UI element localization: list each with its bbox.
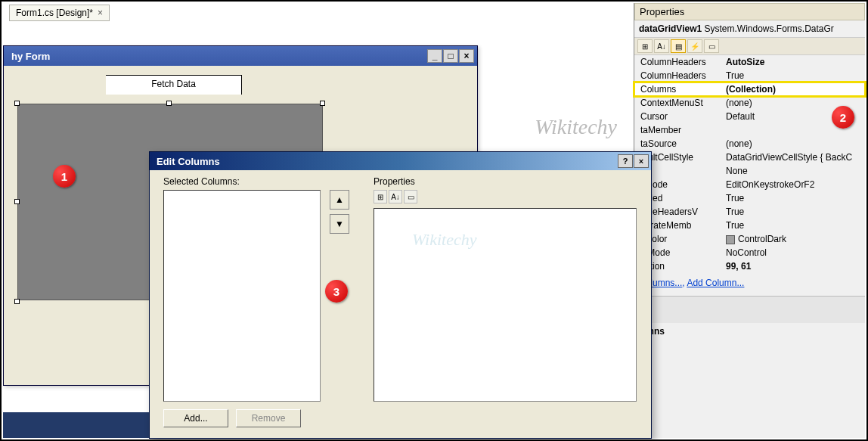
property-row-Location[interactable]: cation99, 61 [634, 259, 865, 273]
property-value[interactable]: True [721, 69, 865, 82]
property-row-DataMember[interactable]: taMember [634, 123, 865, 137]
dialog-title: Edit Columns [152, 156, 220, 167]
maximize-button[interactable]: □ [443, 49, 458, 63]
resize-handle[interactable] [166, 101, 172, 106]
properties-links: Columns..., Add Column... [634, 273, 865, 293]
property-grid[interactable]: ColumnHeadersAutoSizeColumnHeadersTrueCo… [634, 55, 865, 273]
color-swatch-icon [726, 235, 735, 244]
file-tab-label: Form1.cs [Design]* [16, 8, 93, 18]
property-value[interactable]: (none) [721, 137, 865, 151]
properties-panel: Properties dataGridView1 System.Windows.… [634, 3, 865, 438]
properties-toolbar: ⊞ A↓ ▤ ⚡ ▭ [634, 37, 865, 55]
callout-badge-3: 3 [325, 280, 348, 303]
resize-handle[interactable] [14, 101, 20, 106]
close-button[interactable]: × [459, 49, 474, 63]
alpha-sort-icon[interactable]: A↓ [654, 39, 669, 53]
property-value[interactable]: ControlDark [721, 232, 865, 246]
close-icon[interactable]: × [98, 8, 103, 18]
close-button[interactable]: × [634, 154, 649, 168]
dialog-titlebar[interactable]: Edit Columns ? × [150, 152, 651, 170]
properties-label: Properties [374, 176, 415, 187]
property-row-EditMode[interactable]: itModeEditOnKeystrokeOrF2 [634, 178, 865, 191]
property-row-EnableHeadersVisualStyles[interactable]: ableHeadersVTrue [634, 205, 865, 219]
property-value[interactable]: True [721, 191, 865, 205]
property-row-Cursor[interactable]: CursorDefault [634, 110, 865, 123]
property-row-Columns[interactable]: Columns(Collection) [634, 82, 865, 96]
property-value[interactable]: NoControl [721, 246, 865, 259]
help-button[interactable]: ? [618, 154, 633, 168]
property-row-Enabled[interactable]: abledTrue [634, 191, 865, 205]
property-value[interactable]: True [721, 205, 865, 219]
properties-title: Properties [634, 3, 865, 20]
selected-object-name: dataGridView1 [639, 23, 702, 34]
object-selector[interactable]: dataGridView1 System.Windows.Forms.DataG… [634, 20, 865, 37]
property-name: ColumnHeaders [634, 55, 721, 69]
property-row-ColumnHeadersHeightSizeMode[interactable]: ColumnHeadersAutoSize [634, 55, 865, 69]
property-name: Columns [634, 82, 721, 96]
property-row-ColumnHeadersVisible[interactable]: ColumnHeadersTrue [634, 69, 865, 82]
property-value[interactable]: (Collection) [721, 82, 865, 96]
categorized-icon[interactable]: ⊞ [374, 190, 387, 203]
resize-handle[interactable] [14, 199, 20, 204]
add-button[interactable]: Add... [163, 409, 228, 427]
property-row-Dock[interactable]: ckNone [634, 164, 865, 178]
property-value[interactable]: None [721, 164, 865, 178]
property-row-DefaultCellStyle[interactable]: faultCellStyleDataGridViewCellStyle { Ba… [634, 151, 865, 164]
property-name: taSource [634, 137, 721, 151]
alpha-sort-icon[interactable]: A↓ [389, 190, 402, 203]
resize-handle[interactable] [14, 299, 20, 304]
property-row-GridColor[interactable]: dColorControlDark [634, 232, 865, 246]
events-icon[interactable]: ⚡ [687, 39, 702, 53]
property-row-DataSource[interactable]: taSource(none) [634, 137, 865, 151]
property-value[interactable]: 99, 61 [721, 259, 865, 273]
resize-handle[interactable] [320, 101, 325, 106]
property-row-ContextMenuStrip[interactable]: ContextMenuSt(none) [634, 96, 865, 110]
callout-badge-1: 1 [53, 165, 76, 188]
property-value[interactable]: True [721, 219, 865, 232]
property-description-name: umns [634, 323, 865, 340]
selected-columns-listbox[interactable] [163, 190, 321, 402]
property-name: ContextMenuSt [634, 96, 721, 110]
selected-columns-label: Selected Columns: [163, 176, 240, 187]
property-value[interactable]: DataGridViewCellStyle { BackC [721, 151, 865, 164]
selected-object-type: System.Windows.Forms.DataGr [705, 23, 834, 34]
property-name: Cursor [634, 110, 721, 123]
column-properties-grid[interactable]: Wikitechy [374, 208, 637, 402]
property-name: ColumnHeaders [634, 69, 721, 82]
remove-button: Remove [236, 409, 301, 427]
callout-badge-2: 2 [832, 106, 854, 129]
move-down-button[interactable]: ▼ [330, 214, 349, 234]
move-up-button[interactable]: ▲ [330, 190, 349, 210]
properties-icon[interactable]: ▤ [671, 39, 686, 53]
form-titlebar[interactable]: hy Form _ □ × [4, 46, 477, 66]
minimize-button[interactable]: _ [427, 49, 442, 63]
file-tab[interactable]: Form1.cs [Design]* × [9, 5, 110, 21]
categorized-icon[interactable]: ⊞ [637, 39, 653, 53]
form-title: hy Form [7, 51, 50, 62]
property-value[interactable]: AutoSize [721, 55, 865, 69]
property-pages-icon[interactable]: ▭ [404, 190, 417, 203]
add-column-link[interactable]: Add Column... [687, 278, 744, 288]
property-row-ImeMode[interactable]: ieModeNoControl [634, 246, 865, 259]
property-pages-icon[interactable]: ▭ [704, 39, 719, 53]
edit-columns-dialog: Edit Columns ? × Selected Columns: Prope… [149, 151, 652, 439]
property-value[interactable]: EditOnKeystrokeOrF2 [721, 178, 865, 191]
fetch-data-button[interactable]: Fetch Data [106, 75, 242, 95]
property-name: taMember [634, 123, 721, 137]
property-row-GenerateMember[interactable]: nerateMembTrue [634, 219, 865, 232]
watermark: Wikitechy [412, 230, 477, 250]
